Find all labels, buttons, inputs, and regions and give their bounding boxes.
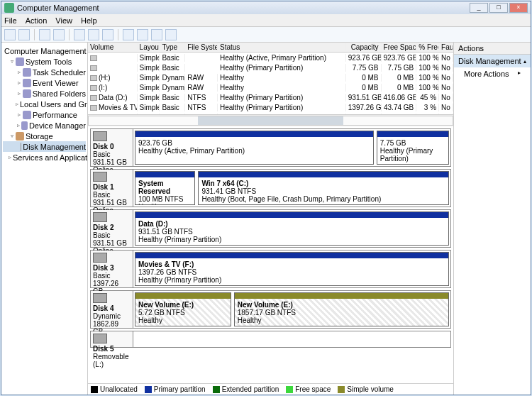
- disk-icon: [93, 334, 107, 343]
- forward-button[interactable]: [18, 29, 30, 40]
- legend-simple: Simple volume: [347, 385, 394, 393]
- disk-row: Disk 1Basic931.51 GBOnlineSystem Reserve…: [90, 169, 451, 207]
- disk-icon: [93, 172, 107, 182]
- col-filesystem[interactable]: File System: [185, 43, 218, 51]
- window-title: Computer Management: [17, 4, 99, 12]
- toolbar-btn-10[interactable]: [137, 29, 148, 40]
- help-button[interactable]: [123, 29, 134, 40]
- toolbar-btn-12[interactable]: [165, 29, 177, 40]
- nav-disk-management[interactable]: Disk Management: [3, 141, 86, 152]
- refresh-button[interactable]: [102, 29, 113, 40]
- menu-action[interactable]: Action: [26, 16, 48, 25]
- disk-icon: [93, 212, 107, 222]
- disk-row: Disk 4Dynamic1862.89 GBOnlineNew Volume …: [90, 290, 451, 329]
- toolbar: [1, 27, 531, 43]
- col-layout[interactable]: Layout: [138, 43, 160, 51]
- nav-storage[interactable]: ▿Storage: [3, 131, 86, 141]
- col-type[interactable]: Type: [160, 43, 185, 51]
- collapse-icon: ▴: [523, 58, 526, 65]
- up-button[interactable]: [39, 29, 50, 40]
- nav-root[interactable]: Computer Management (Local: [3, 45, 86, 56]
- partition[interactable]: New Volume (E:)5.72 GB NTFSHealthy: [135, 292, 231, 326]
- actions-disk-management[interactable]: Disk Management▴: [454, 55, 531, 67]
- disk-header[interactable]: Disk 0Basic931.51 GBOnline: [91, 129, 133, 166]
- legend: Unallocated Primary partition Extended p…: [88, 383, 453, 395]
- legend-freespace: Free space: [295, 385, 331, 393]
- nav-services[interactable]: ▹Services and Applications: [3, 152, 86, 163]
- main-panel: Volume Layout Type File System Status Ca…: [88, 43, 454, 395]
- grid-header-row: Volume Layout Type File System Status Ca…: [88, 43, 453, 53]
- menu-view[interactable]: View: [55, 16, 72, 25]
- partition[interactable]: Win 7 x64 (C:)931.41 GB NTFSHealthy (Boo…: [198, 171, 449, 205]
- actions-more[interactable]: More Actions▸: [454, 67, 531, 80]
- nav-item[interactable]: ▹Performance: [3, 109, 86, 120]
- close-button[interactable]: ×: [509, 3, 528, 13]
- partition[interactable]: 923.76 GBHealthy (Active, Primary Partit…: [135, 131, 374, 165]
- disk-header[interactable]: Disk 5Removable (L:): [91, 331, 133, 347]
- submenu-icon: ▸: [518, 70, 521, 78]
- disk-header[interactable]: Disk 4Dynamic1862.89 GBOnline: [91, 291, 133, 328]
- disk-icon: [93, 131, 107, 141]
- toolbar-btn-11[interactable]: [151, 29, 162, 40]
- volume-row[interactable]: SimpleBasicHealthy (Active, Primary Part…: [88, 53, 453, 62]
- show-hide-button[interactable]: [53, 29, 65, 40]
- nav-tree: Computer Management (Local ▿System Tools…: [1, 43, 88, 395]
- disk-header[interactable]: Disk 3Basic1397.26 GBOnline: [91, 251, 133, 287]
- menubar: File Action View Help: [1, 14, 531, 27]
- volume-row[interactable]: SimpleBasicHealthy (Primary Partition)7.…: [88, 62, 453, 72]
- menu-help[interactable]: Help: [81, 16, 97, 25]
- col-volume[interactable]: Volume: [88, 43, 138, 51]
- disk-graphic-panel: Disk 0Basic931.51 GBOnline923.76 GBHealt…: [88, 126, 453, 383]
- disk-header[interactable]: Disk 2Basic931.51 GBOnline: [91, 210, 133, 247]
- actions-pane: Actions Disk Management▴ More Actions▸: [454, 43, 531, 395]
- partition[interactable]: Data (D:)931.51 GB NTFSHealthy (Primary …: [135, 211, 449, 246]
- disk-row: Disk 0Basic931.51 GBOnline923.76 GBHealt…: [90, 128, 451, 167]
- partition[interactable]: System Reserved100 MB NTFSHealthy (Syste…: [135, 171, 195, 205]
- col-capacity[interactable]: Capacity: [346, 43, 382, 51]
- volume-row[interactable]: (H:)SimpleDynamicRAWHealthy0 MB0 MB100 %…: [88, 72, 453, 82]
- menu-file[interactable]: File: [4, 16, 17, 25]
- col-fault[interactable]: Fau: [439, 43, 453, 51]
- nav-item[interactable]: ▹Device Manager: [3, 120, 86, 131]
- app-icon: [4, 3, 14, 13]
- actions-header: Actions: [454, 43, 531, 55]
- volume-row[interactable]: (I:)SimpleDynamicRAWHealthy0 MB0 MB100 %…: [88, 82, 453, 92]
- nav-item[interactable]: ▹Local Users and Groups: [3, 99, 86, 109]
- disk-row: Disk 5Removable (L:): [90, 331, 451, 348]
- nav-item[interactable]: ▹Task Scheduler: [3, 67, 86, 77]
- nav-item[interactable]: ▹Shared Folders: [3, 88, 86, 99]
- nav-item[interactable]: ▹Event Viewer: [3, 77, 86, 88]
- disk-icon: [93, 253, 107, 263]
- grid-hscroll[interactable]: [88, 115, 453, 126]
- col-freespace[interactable]: Free Space: [382, 43, 417, 51]
- titlebar[interactable]: Computer Management _ □ ×: [1, 1, 531, 14]
- app-window: Computer Management _ □ × File Action Vi…: [1, 1, 531, 395]
- disk-header[interactable]: Disk 1Basic931.51 GBOnline: [91, 170, 133, 207]
- col-status[interactable]: Status: [218, 43, 346, 51]
- volume-grid: Volume Layout Type File System Status Ca…: [88, 43, 453, 115]
- volume-row[interactable]: Data (D:)SimpleBasicNTFSHealthy (Primary…: [88, 92, 453, 102]
- disk-row: Disk 2Basic931.51 GBOnlineData (D:)931.5…: [90, 209, 451, 248]
- partition[interactable]: 7.75 GBHealthy (Primary Partition): [377, 131, 449, 165]
- back-button[interactable]: [4, 29, 16, 40]
- legend-extended: Extended partition: [222, 385, 279, 393]
- volume-row[interactable]: Movies & TV (F:)SimpleBasicNTFSHealthy (…: [88, 102, 453, 112]
- col-pctfree[interactable]: % Free: [416, 43, 439, 51]
- legend-unallocated: Unallocated: [100, 385, 138, 393]
- maximize-button[interactable]: □: [489, 3, 508, 13]
- disk-icon: [93, 293, 107, 303]
- nav-system-tools[interactable]: ▿System Tools: [3, 56, 86, 67]
- legend-primary: Primary partition: [154, 385, 206, 393]
- partition[interactable]: New Volume (E:)1857.17 GB NTFSHealthy: [234, 292, 449, 326]
- export-button[interactable]: [88, 29, 99, 40]
- properties-button[interactable]: [74, 29, 85, 40]
- partition[interactable]: Movies & TV (F:)1397.26 GB NTFSHealthy (…: [135, 252, 449, 286]
- minimize-button[interactable]: _: [470, 3, 488, 13]
- disk-row: Disk 3Basic1397.26 GBOnlineMovies & TV (…: [90, 250, 451, 288]
